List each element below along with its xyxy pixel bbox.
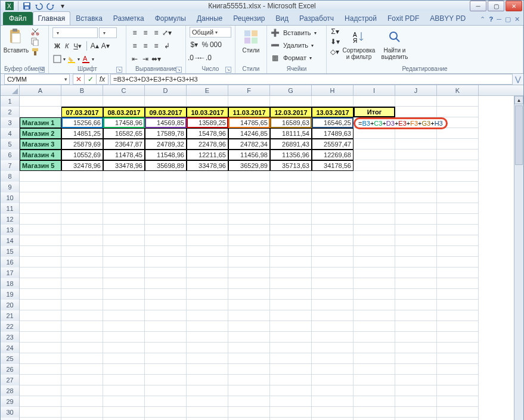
cell[interactable] bbox=[270, 289, 312, 300]
cell[interactable] bbox=[270, 418, 312, 420]
ribbon-minimize-icon[interactable]: ⌃ bbox=[480, 15, 485, 23]
cell[interactable] bbox=[145, 289, 187, 300]
cell[interactable] bbox=[354, 278, 395, 289]
help-icon[interactable]: ? bbox=[489, 15, 493, 23]
font-name-combo[interactable]: ▾ bbox=[52, 27, 98, 38]
cell[interactable] bbox=[103, 353, 145, 364]
cell[interactable] bbox=[20, 267, 61, 278]
cell[interactable] bbox=[103, 203, 145, 214]
cell[interactable] bbox=[312, 192, 354, 203]
cell[interactable] bbox=[354, 396, 395, 407]
cell[interactable] bbox=[437, 203, 479, 214]
cell[interactable] bbox=[312, 396, 354, 407]
cell[interactable]: 17458,96 bbox=[103, 117, 145, 128]
cell[interactable] bbox=[187, 192, 228, 203]
cell[interactable] bbox=[20, 300, 61, 310]
cell[interactable] bbox=[187, 257, 228, 267]
currency-icon[interactable]: $▾ bbox=[190, 40, 199, 49]
cell[interactable] bbox=[354, 214, 395, 225]
cell[interactable] bbox=[187, 332, 228, 343]
cell[interactable] bbox=[20, 96, 61, 107]
cell[interactable] bbox=[270, 343, 312, 353]
cell[interactable]: 11548,96 bbox=[145, 150, 187, 160]
cell[interactable] bbox=[145, 192, 187, 203]
cell[interactable] bbox=[270, 257, 312, 267]
cell[interactable] bbox=[312, 385, 354, 396]
comma-icon[interactable]: 000 bbox=[211, 40, 221, 49]
align-center-icon[interactable]: ≡ bbox=[141, 41, 150, 51]
close-button[interactable]: ✕ bbox=[506, 1, 522, 11]
cell[interactable] bbox=[20, 407, 61, 418]
cell[interactable]: 12.03.2017 bbox=[270, 107, 312, 117]
cell[interactable] bbox=[437, 257, 479, 267]
cell[interactable]: 17589,78 bbox=[145, 128, 187, 139]
font-size-combo[interactable]: ▾ bbox=[99, 27, 117, 38]
row-header[interactable]: 16 bbox=[1, 257, 20, 267]
name-box[interactable]: СУММ▾ bbox=[4, 74, 70, 85]
cell[interactable]: 12211,65 bbox=[187, 150, 228, 160]
cell[interactable] bbox=[395, 332, 437, 343]
cell[interactable] bbox=[61, 225, 103, 235]
col-header[interactable]: G bbox=[270, 85, 312, 95]
cell[interactable] bbox=[228, 182, 270, 192]
cell[interactable] bbox=[437, 278, 479, 289]
cell[interactable] bbox=[61, 214, 103, 225]
cell[interactable] bbox=[187, 385, 228, 396]
tab-abbyy[interactable]: ABBYY PD bbox=[424, 11, 471, 25]
cell[interactable] bbox=[61, 343, 103, 353]
paste-button[interactable]: Вставить bbox=[4, 27, 28, 54]
cell[interactable] bbox=[145, 321, 187, 332]
cell[interactable] bbox=[187, 182, 228, 192]
cell[interactable] bbox=[437, 182, 479, 192]
row-header[interactable]: 19 bbox=[1, 289, 20, 300]
save-button[interactable] bbox=[21, 1, 32, 11]
cell[interactable] bbox=[228, 203, 270, 214]
cell[interactable]: Магазин 2 bbox=[20, 128, 61, 139]
row-header[interactable]: 17 bbox=[1, 267, 20, 278]
cell[interactable] bbox=[395, 289, 437, 300]
cell[interactable] bbox=[437, 128, 479, 139]
fill-icon[interactable]: ⬇▾ bbox=[330, 37, 340, 46]
cell[interactable] bbox=[145, 278, 187, 289]
cell[interactable] bbox=[354, 385, 395, 396]
cell[interactable] bbox=[187, 96, 228, 107]
cell[interactable] bbox=[20, 214, 61, 225]
cell[interactable] bbox=[20, 289, 61, 300]
cell[interactable] bbox=[20, 385, 61, 396]
cell[interactable] bbox=[187, 353, 228, 364]
row-header[interactable]: 28 bbox=[1, 385, 20, 396]
cell[interactable] bbox=[61, 396, 103, 407]
cell[interactable] bbox=[187, 225, 228, 235]
sort-filter-button[interactable]: АЯ Сортировка и фильтр bbox=[342, 27, 376, 60]
orientation-icon[interactable]: ⤢▾ bbox=[162, 28, 172, 38]
cell[interactable] bbox=[395, 225, 437, 235]
cell[interactable] bbox=[437, 160, 479, 171]
cell[interactable] bbox=[228, 343, 270, 353]
cell[interactable] bbox=[354, 257, 395, 267]
cell[interactable] bbox=[20, 246, 61, 257]
cell[interactable] bbox=[395, 300, 437, 310]
cell[interactable] bbox=[437, 289, 479, 300]
row-header[interactable]: 7 bbox=[1, 160, 20, 171]
cell[interactable] bbox=[228, 321, 270, 332]
copy-icon[interactable] bbox=[30, 37, 40, 46]
clipboard-dialog-launcher[interactable]: ↘ bbox=[39, 67, 45, 73]
cell[interactable]: 32478,96 bbox=[61, 160, 103, 171]
cell[interactable] bbox=[312, 289, 354, 300]
cell[interactable] bbox=[228, 192, 270, 203]
cell[interactable] bbox=[61, 407, 103, 418]
cell[interactable] bbox=[437, 267, 479, 278]
cell[interactable] bbox=[103, 96, 145, 107]
cell[interactable]: 24782,34 bbox=[228, 139, 270, 150]
cell[interactable] bbox=[228, 418, 270, 420]
cell[interactable]: 13.03.2017 bbox=[312, 107, 354, 117]
cell[interactable] bbox=[312, 267, 354, 278]
cell[interactable] bbox=[354, 128, 395, 139]
row-header[interactable]: 31 bbox=[1, 418, 20, 420]
cell[interactable] bbox=[145, 353, 187, 364]
cell[interactable]: 11478,45 bbox=[103, 150, 145, 160]
align-bottom-icon[interactable]: ≡ bbox=[151, 28, 161, 38]
cell[interactable] bbox=[437, 150, 479, 160]
cell[interactable] bbox=[103, 364, 145, 375]
cell[interactable] bbox=[187, 418, 228, 420]
